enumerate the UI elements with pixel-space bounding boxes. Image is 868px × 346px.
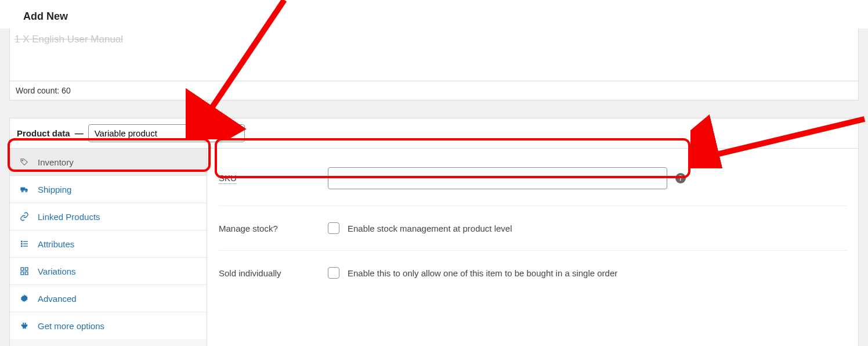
product-data-body: Inventory Shipping Linked Products Attri… (10, 149, 858, 346)
svg-point-3 (26, 190, 27, 192)
product-data-box: Product data — Variable product Inventor… (9, 118, 859, 346)
list-icon (19, 239, 30, 249)
tab-label: Inventory (38, 157, 74, 167)
sold-individually-cb-label: Enable this to only allow one of this it… (348, 268, 617, 278)
tag-icon (19, 157, 30, 167)
tab-linked-products[interactable]: Linked Products (10, 203, 207, 230)
tab-inventory[interactable]: Inventory (10, 149, 207, 176)
svg-rect-11 (25, 268, 28, 271)
tab-label: Variations (38, 266, 76, 276)
svg-rect-6 (21, 246, 23, 247)
tab-shipping[interactable]: Shipping (10, 176, 207, 203)
word-count: Word count: 60 (10, 81, 858, 100)
manage-stock-label: Manage stock? (219, 224, 328, 233)
editor-wrap: 1 X English User Manual Word count: 60 (9, 28, 859, 100)
field-row-sku: SKU ? (219, 161, 847, 206)
sold-individually-checkbox[interactable] (328, 267, 339, 279)
manage-stock-checkbox[interactable] (328, 222, 339, 234)
plugin-icon (19, 320, 30, 331)
help-icon[interactable]: ? (675, 173, 686, 183)
tab-label: Attributes (38, 239, 74, 249)
svg-rect-1 (20, 188, 25, 190)
field-row-sold-individually: Sold individually Enable this to only al… (219, 261, 847, 295)
truck-icon (19, 184, 30, 194)
product-data-title: Product data (17, 128, 70, 138)
svg-rect-12 (21, 272, 24, 275)
product-data-content: SKU ? Manage stock? Enable stock managem… (207, 149, 858, 346)
svg-rect-8 (23, 243, 28, 244)
link-icon (19, 211, 30, 222)
gear-icon (19, 293, 30, 304)
product-data-header: Product data — Variable product (10, 118, 858, 149)
sku-input[interactable] (328, 167, 667, 189)
svg-rect-7 (23, 241, 28, 242)
product-data-tabs: Inventory Shipping Linked Products Attri… (10, 149, 207, 346)
svg-rect-4 (21, 241, 23, 243)
editor-content-tail[interactable]: 1 X English User Manual (10, 28, 858, 81)
svg-rect-13 (25, 272, 28, 275)
product-type-select[interactable]: Variable product (88, 124, 245, 142)
tab-label: Get more options (38, 321, 104, 331)
product-data-dash: — (75, 128, 84, 138)
svg-rect-9 (23, 246, 28, 246)
svg-rect-5 (21, 243, 23, 245)
tab-variations[interactable]: Variations (10, 258, 207, 285)
tab-label: Advanced (38, 294, 77, 304)
editor-box: 1 X English User Manual Word count: 60 (9, 28, 859, 100)
sku-label: SKU (219, 173, 328, 184)
svg-point-2 (21, 190, 23, 192)
page-title: Add New (0, 0, 868, 28)
tab-label: Shipping (38, 185, 71, 194)
manage-stock-cb-label: Enable stock management at product level (348, 224, 512, 233)
tab-attributes[interactable]: Attributes (10, 230, 207, 258)
svg-rect-10 (21, 268, 24, 271)
field-row-manage-stock: Manage stock? Enable stock management at… (219, 217, 847, 251)
grid-icon (19, 266, 30, 276)
sold-individually-label: Sold individually (219, 268, 328, 278)
tab-get-more-options[interactable]: Get more options (10, 312, 207, 339)
tab-label: Linked Products (38, 212, 100, 222)
svg-point-0 (22, 160, 23, 161)
tab-advanced[interactable]: Advanced (10, 285, 207, 312)
